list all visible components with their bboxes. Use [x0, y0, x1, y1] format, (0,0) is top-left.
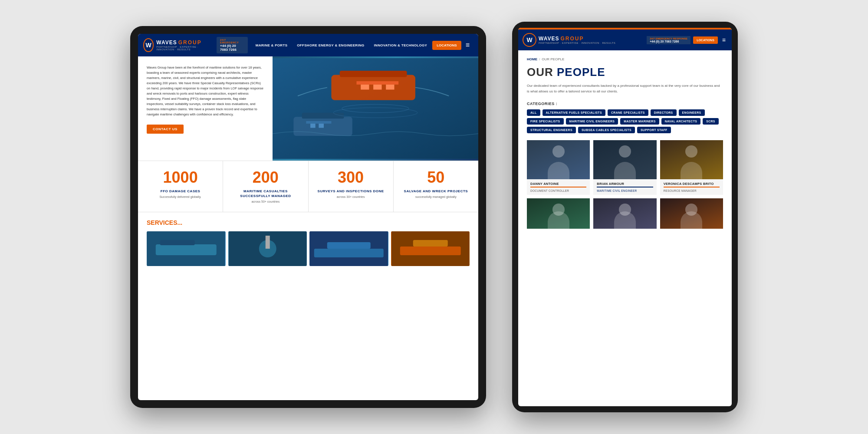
svg-rect-9	[302, 113, 344, 119]
right-content: HOME / OUR PEOPLE OUR PEOPLE Our dedicat…	[518, 50, 732, 406]
silhouette-body-4	[548, 211, 569, 229]
left-navbar: W WAVES GROUP PARTNERSHIP · EXPERTISE · …	[138, 34, 478, 56]
person-card-6	[660, 198, 723, 229]
stat-ffo-label: FFO DAMAGE CASES	[145, 189, 216, 194]
silhouette-body-6	[681, 211, 702, 229]
person-photo-4	[527, 198, 590, 229]
silhouette-head-2	[619, 145, 631, 158]
categories-label: CATEGORIES :	[527, 102, 723, 106]
logo-group: GROUP	[178, 39, 202, 46]
right-logo-text: WAVES GROUP PARTNERSHIP · EXPERTISE · IN…	[539, 36, 615, 44]
page-title-our: OUR	[527, 66, 557, 79]
hero-image	[273, 56, 478, 161]
silhouette-head-3	[685, 145, 697, 158]
services-images	[147, 231, 470, 266]
person-name-3: VERONICA DESCAMPS BRITO	[664, 182, 720, 186]
right-hamburger-icon[interactable]: ≡	[720, 36, 727, 43]
stat-salvage-sub: successfully managed globally	[401, 195, 471, 198]
person-role-2: MARITIME CIVIL ENGINEER	[597, 187, 653, 192]
person-photo-1	[527, 140, 590, 179]
tag-alt-fuels[interactable]: ALTERNATIVE FUELS SPECIALISTS	[542, 109, 605, 116]
emergency-box: 24/7 EMERGENCY +44 (0) 20 7083 7266	[217, 37, 248, 53]
left-logo: W WAVES GROUP PARTNERSHIP · EXPERTISE · …	[143, 37, 248, 53]
tag-fire[interactable]: FIRE SPECIALISTS	[527, 118, 564, 125]
logo-tagline: PARTNERSHIP · EXPERTISE · INNOVATION · R…	[156, 46, 212, 51]
svg-rect-4	[356, 81, 398, 85]
hero-intro-text: Waves Group have been at the forefront o…	[147, 65, 264, 117]
tag-maritime-civil[interactable]: MARITIME CIVIL ENGINEERS	[566, 118, 618, 125]
tag-support[interactable]: SUPPORT STAFF	[637, 127, 671, 133]
nav-offshore[interactable]: OFFSHORE ENERGY & ENGINEERING	[293, 41, 368, 50]
silhouette-body-1	[548, 162, 569, 179]
contact-us-button[interactable]: CONTACT US	[147, 125, 184, 134]
breadcrumb-home[interactable]: HOME	[527, 57, 537, 61]
svg-rect-22	[314, 249, 384, 257]
stat-surveys-label: SURVEYS AND INSPECTIONS DONE	[316, 189, 386, 194]
svg-rect-6	[373, 85, 381, 90]
tag-engineers[interactable]: ENGINEERS	[679, 109, 705, 116]
right-locations-btn[interactable]: LOCATIONS	[693, 36, 718, 44]
breadcrumb-current: OUR PEOPLE	[542, 57, 564, 61]
page-description: Our dedicated team of experienced consul…	[527, 83, 723, 95]
stat-ffo-sub: Successfully delivered globally.	[145, 195, 216, 198]
right-screen: W WAVES GROUP PARTNERSHIP · EXPERTISE · …	[518, 28, 732, 406]
person-card-5	[593, 198, 656, 229]
person-name-1: DANNY ANTOINE	[530, 182, 586, 186]
person-photo-3	[660, 140, 723, 179]
person-photo-2	[593, 140, 656, 179]
stat-surveys-sub: across 30+ countries	[316, 195, 386, 198]
people-grid: DANNY ANTOINE DOCUMENT CONTROLLER BRIAN …	[527, 140, 723, 195]
svg-rect-7	[386, 85, 394, 90]
people-grid-row2	[527, 198, 723, 229]
tag-naval[interactable]: NAVAL ARCHITECTS	[661, 118, 701, 125]
nav-innovation[interactable]: INNOVATION & TECHNOLOGY	[370, 41, 432, 50]
tag-all[interactable]: ALL	[527, 109, 540, 116]
svg-rect-5	[361, 85, 369, 90]
tag-directors[interactable]: DIRECTORS	[651, 109, 677, 116]
svg-rect-16	[156, 244, 217, 255]
stat-salvage-number: 50	[401, 170, 471, 185]
tag-crane[interactable]: CRANE SPECIALISTS	[608, 109, 648, 116]
service-image-1	[147, 231, 226, 266]
stat-casualties-number: 200	[230, 170, 301, 185]
person-photo-5	[593, 198, 656, 229]
svg-rect-12	[319, 124, 324, 128]
hamburger-icon[interactable]: ≡	[462, 41, 473, 49]
silhouette-body-3	[681, 162, 702, 179]
logo-icon: W	[143, 38, 154, 52]
logo-text: WAVES GROUP PARTNERSHIP · EXPERTISE · IN…	[156, 39, 212, 51]
nav-marine[interactable]: MARINE & PORTS	[251, 41, 292, 50]
silhouette-head-1	[552, 145, 565, 158]
right-tablet: W WAVES GROUP PARTNERSHIP · EXPERTISE · …	[512, 22, 738, 412]
silhouette-body-2	[614, 162, 636, 179]
stat-ffo: 1000 FFO DAMAGE CASES Successfully deliv…	[138, 161, 223, 212]
service-image-3	[309, 231, 388, 266]
tag-subsea[interactable]: SUBSEA CABLES SPECIALISTS	[578, 127, 635, 133]
right-emergency-title: 24/7 EMERGENCY RESPONSE	[650, 37, 687, 40]
svg-rect-11	[310, 124, 316, 128]
emergency-title: 24/7 EMERGENCY	[220, 39, 244, 44]
tag-master-mariners[interactable]: MASTER MARINERS	[620, 118, 659, 125]
categories-tags: ALL ALTERNATIVE FUELS SPECIALISTS CRANE …	[527, 109, 723, 133]
hero-text: Waves Group have been at the forefront o…	[138, 56, 273, 161]
right-navbar: W WAVES GROUP PARTNERSHIP · EXPERTISE · …	[518, 30, 732, 50]
stat-surveys: 300 SURVEYS AND INSPECTIONS DONE across …	[309, 161, 394, 212]
svg-rect-23	[327, 242, 371, 249]
services-section: SERVICES...	[138, 212, 478, 273]
person-info-2: BRIAN ARMOUR MARITIME CIVIL ENGINEER	[593, 179, 656, 195]
nav-locations-btn[interactable]: LOCATIONS	[432, 41, 461, 50]
service-image-2	[228, 231, 307, 266]
silhouette-body-5	[614, 211, 636, 229]
svg-rect-20	[265, 236, 270, 249]
svg-rect-26	[413, 240, 447, 247]
tag-structural[interactable]: STRUCTURAL ENGINEERS	[527, 127, 576, 133]
right-logo-waves: WAVES	[539, 36, 559, 42]
right-logo-w: W	[526, 36, 532, 43]
svg-rect-17	[160, 240, 195, 245]
svg-rect-3	[340, 71, 407, 77]
person-card-4	[527, 198, 590, 229]
tag-scrs[interactable]: SCRS	[703, 118, 719, 125]
logo-waves: WAVES	[156, 39, 177, 46]
right-logo-icon: W	[523, 33, 536, 47]
logo-w-letter: W	[146, 42, 151, 49]
